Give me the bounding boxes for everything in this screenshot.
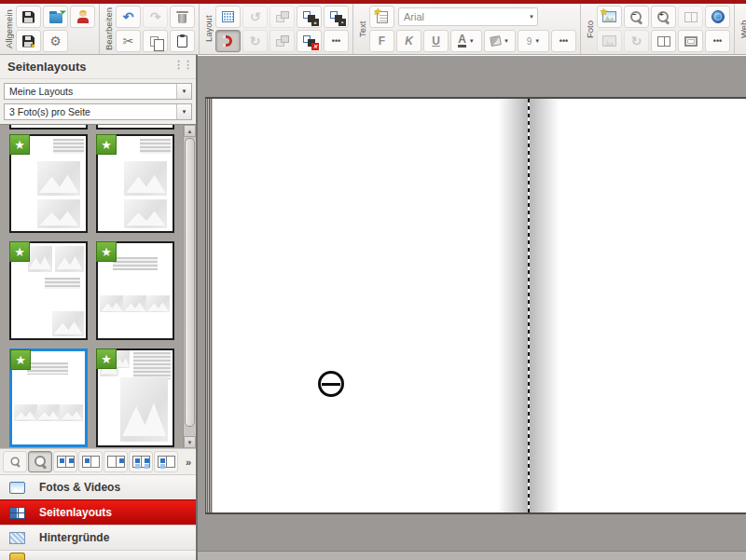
layers-backward-icon	[276, 35, 289, 47]
add-text-icon: ★	[377, 11, 388, 23]
filter-both-pages-button[interactable]	[53, 451, 77, 472]
spread-both-text-icon	[132, 456, 150, 468]
copy-button[interactable]	[143, 30, 168, 52]
photo-rotate-button[interactable]: ↻	[624, 30, 649, 52]
foto-more-button[interactable]: •••	[705, 30, 730, 52]
layout-thumb-2[interactable]: ★	[96, 134, 174, 233]
group-label-foto: Foto	[584, 6, 596, 52]
group-label-text: Text	[356, 6, 368, 52]
photo-placeholder	[37, 404, 61, 421]
trash-icon	[178, 14, 186, 23]
spread-both-icon	[57, 456, 75, 468]
thumbnails-larger-button[interactable]	[28, 451, 52, 472]
dropdown-arrow-icon: ▼	[176, 104, 191, 119]
layout-more-button[interactable]: •••	[324, 30, 349, 52]
font-size-select[interactable]: 9▼	[518, 30, 549, 52]
send-backward-button[interactable]	[269, 30, 295, 52]
remove-layout-button[interactable]: ✕	[297, 30, 322, 52]
bring-forward-button[interactable]	[269, 6, 295, 28]
favorite-star-icon: ★	[9, 134, 30, 155]
rotate-ccw-icon: ↺	[250, 10, 261, 23]
paste-button[interactable]	[170, 30, 195, 52]
group-label-bearbeiten: Bearbeiten	[103, 6, 115, 52]
filter-left-page-button[interactable]	[78, 451, 103, 472]
editor-canvas[interactable]	[198, 55, 746, 560]
scissors-icon: ✂	[123, 34, 134, 48]
rotate-right-button[interactable]: ↻	[242, 30, 268, 52]
main-toolbar: Allgemein ⚙ Bearbeiten ↶ ↷ ✂	[0, 4, 746, 55]
layout-thumb-3[interactable]: ★	[9, 241, 88, 340]
photo-placeholder	[120, 377, 168, 442]
dropdown-arrow-icon: ▼	[534, 38, 540, 44]
photo-smaller-button[interactable]: −	[624, 6, 649, 28]
filter-both-text-button[interactable]	[129, 451, 153, 472]
toolbar-group-foto: Foto ★ − + ↻ •••	[581, 4, 735, 54]
thumbnails-smaller-button[interactable]	[3, 451, 27, 472]
photo-web-button[interactable]	[705, 6, 730, 28]
account-button[interactable]	[70, 6, 95, 28]
layout-thumb-4[interactable]: ★	[96, 241, 174, 340]
panel-grip-icon[interactable]: ⋮⋮	[173, 59, 192, 71]
layout-thumb-6[interactable]: ★	[96, 348, 174, 447]
footer-more-button[interactable]: »	[186, 457, 191, 468]
grid-toggle-button[interactable]	[215, 6, 241, 28]
settings-button[interactable]: ⚙	[43, 30, 68, 52]
filter-left-text-button[interactable]	[154, 451, 178, 472]
layout-thumb-clipped[interactable]	[96, 125, 174, 130]
apply-layout-all-button[interactable]: »	[297, 6, 322, 28]
redo-button[interactable]: ↷	[143, 6, 168, 28]
layout-thumb-1[interactable]: ★	[9, 134, 88, 233]
layout-thumb-5[interactable]: ★	[9, 348, 88, 447]
cut-button[interactable]: ✂	[116, 30, 141, 52]
photo-frame-button[interactable]	[678, 30, 703, 52]
fill-color-icon	[490, 35, 502, 47]
nav-item-hintergruende[interactable]: Hintergründe	[0, 525, 196, 550]
gear-icon: ⚙	[49, 34, 62, 48]
nav-item-seitenlayouts[interactable]: Seitenlayouts	[0, 499, 196, 525]
add-text-button[interactable]: ★	[369, 6, 394, 28]
nav-item-partial[interactable]	[0, 550, 196, 560]
italic-button[interactable]: K	[396, 30, 421, 52]
page-stack-edge	[205, 99, 213, 512]
spine-dashed-line	[528, 99, 530, 512]
thumbnails-scrollbar[interactable]: ▲ ▼	[183, 125, 196, 448]
magnet-icon	[224, 35, 232, 47]
delete-button[interactable]	[170, 6, 195, 28]
photo-compare-button[interactable]	[651, 30, 676, 52]
save-as-button[interactable]	[16, 30, 41, 52]
text-placeholder	[45, 278, 80, 289]
nav-item-fotos-videos[interactable]: Fotos & Videos	[0, 474, 196, 499]
filter-right-page-button[interactable]	[104, 451, 128, 472]
save-layout-button[interactable]: ▪	[324, 6, 349, 28]
open-button[interactable]	[43, 6, 68, 28]
seitenlayouts-icon	[9, 507, 25, 519]
scrollbar-thumb[interactable]	[185, 138, 195, 427]
layouts-panel: Seitenlayouts ⋮⋮ Meine Layouts ▼ 3 Foto(…	[0, 55, 198, 560]
bold-button[interactable]: F	[369, 30, 394, 52]
font-color-button[interactable]: A▼	[450, 30, 482, 52]
font-family-select[interactable]: Arial ▼	[398, 7, 538, 26]
layout-filter-dropdown[interactable]: 3 Foto(s) pro Seite ▼	[4, 103, 192, 120]
add-photo-button[interactable]: ★	[597, 6, 622, 28]
photo-effect-button[interactable]	[597, 30, 622, 52]
save-button[interactable]	[16, 6, 41, 28]
layout-category-dropdown[interactable]: Meine Layouts ▼	[4, 83, 192, 100]
photo-placeholder	[60, 404, 83, 421]
rotate-left-button[interactable]: ↺	[242, 6, 268, 28]
underline-button[interactable]: U	[423, 30, 449, 52]
more-icon: •••	[560, 37, 568, 46]
text-more-button[interactable]: •••	[551, 30, 576, 52]
layout-thumb-clipped[interactable]	[9, 125, 88, 130]
text-background-button[interactable]: ▼	[484, 30, 516, 52]
scroll-up-button[interactable]: ▲	[184, 125, 196, 137]
book-spread[interactable]	[205, 97, 746, 514]
scroll-down-button[interactable]: ▼	[184, 436, 196, 448]
find-photo-button[interactable]	[678, 6, 703, 28]
photo-larger-button[interactable]: +	[651, 6, 676, 28]
more-icon: •••	[332, 37, 340, 46]
nav-item-label: Fotos & Videos	[39, 481, 120, 494]
snap-magnet-button[interactable]	[215, 30, 241, 52]
undo-button[interactable]: ↶	[116, 6, 141, 28]
toolbar-group-bearbeiten: Bearbeiten ↶ ↷ ✂	[100, 4, 200, 54]
more-icon: •••	[713, 37, 722, 46]
